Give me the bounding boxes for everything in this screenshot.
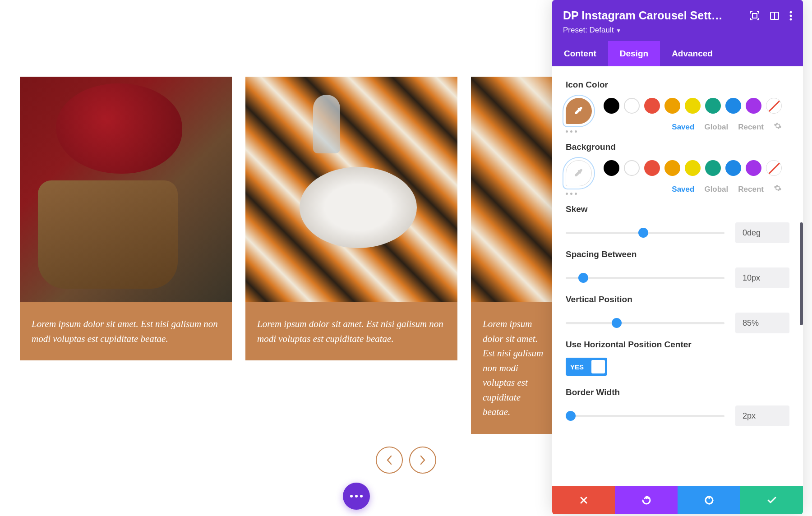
scrollbar[interactable] bbox=[800, 222, 803, 325]
color-swatches bbox=[604, 160, 782, 176]
svg-point-4 bbox=[790, 14, 792, 17]
label-icon-color: Icon Color bbox=[566, 80, 789, 90]
picker-more-button[interactable] bbox=[566, 130, 592, 133]
slider-vertical[interactable] bbox=[566, 322, 724, 324]
kebab-icon[interactable] bbox=[789, 11, 792, 21]
swatch-black[interactable] bbox=[604, 160, 619, 176]
preset-selector[interactable]: Preset: Default ▼ bbox=[563, 26, 792, 35]
label-spacing: Spacing Between bbox=[566, 249, 789, 259]
slider-spacing[interactable] bbox=[566, 277, 724, 279]
gear-icon[interactable] bbox=[774, 122, 782, 132]
label-border: Border Width bbox=[566, 387, 789, 397]
card-caption: Lorem ipsum dolor sit amet. Est nisi gal… bbox=[20, 302, 232, 360]
color-tab-saved[interactable]: Saved bbox=[672, 123, 694, 132]
swatch-white[interactable] bbox=[624, 160, 640, 176]
panel-footer bbox=[552, 486, 803, 514]
color-picker-current[interactable] bbox=[566, 160, 592, 186]
swatch-yellow[interactable] bbox=[685, 160, 701, 176]
eyedropper-icon bbox=[573, 106, 584, 116]
dots-icon bbox=[350, 495, 363, 498]
color-tab-saved[interactable]: Saved bbox=[672, 185, 694, 194]
card-image[interactable] bbox=[20, 77, 232, 302]
save-button[interactable] bbox=[740, 486, 803, 514]
swatch-transparent[interactable] bbox=[766, 98, 782, 114]
carousel-card: Lorem ipsum dolor sit amet. Est nisi gal… bbox=[245, 77, 457, 434]
panel-header: DP Instagram Carousel Sett… Preset: Defa… bbox=[552, 0, 803, 41]
tab-advanced[interactable]: Advanced bbox=[660, 41, 724, 66]
swatch-red[interactable] bbox=[644, 98, 660, 114]
swatch-purple[interactable] bbox=[746, 98, 761, 114]
label-skew: Skew bbox=[566, 204, 789, 214]
toggle-handle bbox=[591, 360, 605, 373]
cancel-button[interactable] bbox=[552, 486, 615, 514]
swatch-white[interactable] bbox=[624, 98, 640, 114]
undo-icon bbox=[641, 495, 652, 506]
undo-button[interactable] bbox=[615, 486, 678, 514]
color-swatches bbox=[604, 98, 782, 114]
swatch-green[interactable] bbox=[705, 98, 721, 114]
value-vertical[interactable]: 85% bbox=[735, 313, 789, 333]
expand-icon[interactable] bbox=[750, 11, 760, 21]
slider-border[interactable] bbox=[566, 415, 724, 417]
label-background: Background bbox=[566, 142, 789, 152]
value-skew[interactable]: 0deg bbox=[735, 222, 789, 243]
color-tab-recent[interactable]: Recent bbox=[738, 185, 764, 194]
swatch-orange[interactable] bbox=[664, 160, 680, 176]
panel-title: DP Instagram Carousel Sett… bbox=[563, 9, 750, 22]
color-tab-global[interactable]: Global bbox=[704, 123, 728, 132]
svg-point-5 bbox=[790, 18, 792, 20]
label-horizontal: Use Horizontal Position Center bbox=[566, 340, 692, 350]
color-picker-current[interactable] bbox=[566, 98, 592, 124]
columns-icon[interactable] bbox=[770, 11, 780, 21]
close-icon bbox=[579, 496, 588, 505]
svg-point-3 bbox=[790, 11, 792, 13]
swatch-blue[interactable] bbox=[725, 160, 741, 176]
card-caption: Lorem ipsum dolor sit amet. Est nisi gal… bbox=[245, 302, 457, 360]
carousel-card: Lorem ipsum dolor sit amet. Est nisi gal… bbox=[471, 77, 557, 434]
card-image[interactable] bbox=[471, 77, 557, 302]
swatch-transparent[interactable] bbox=[766, 160, 782, 176]
next-button[interactable] bbox=[409, 447, 436, 474]
settings-panel: DP Instagram Carousel Sett… Preset: Defa… bbox=[552, 0, 803, 514]
card-image[interactable] bbox=[245, 77, 457, 302]
fab-menu-button[interactable] bbox=[343, 483, 370, 510]
swatch-yellow[interactable] bbox=[685, 98, 701, 114]
tab-design[interactable]: Design bbox=[608, 41, 660, 66]
carousel-card: Lorem ipsum dolor sit amet. Est nisi gal… bbox=[20, 77, 232, 434]
swatch-purple[interactable] bbox=[746, 160, 761, 176]
gear-icon[interactable] bbox=[774, 184, 782, 194]
panel-tabs: Content Design Advanced bbox=[552, 41, 803, 66]
swatch-orange[interactable] bbox=[664, 98, 680, 114]
panel-body: Icon Color bbox=[552, 66, 803, 486]
svg-rect-0 bbox=[752, 14, 757, 18]
toggle-horizontal-center[interactable]: YES bbox=[566, 358, 607, 376]
picker-more-button[interactable] bbox=[566, 193, 592, 195]
redo-icon bbox=[704, 495, 715, 506]
label-vertical: Vertical Position bbox=[566, 295, 789, 304]
chevron-left-icon bbox=[386, 455, 392, 465]
color-tab-global[interactable]: Global bbox=[704, 185, 728, 194]
value-border[interactable]: 2px bbox=[735, 405, 789, 426]
swatch-black[interactable] bbox=[604, 98, 619, 114]
color-tab-recent[interactable]: Recent bbox=[738, 123, 764, 132]
swatch-green[interactable] bbox=[705, 160, 721, 176]
swatch-red[interactable] bbox=[644, 160, 660, 176]
check-icon bbox=[766, 495, 777, 506]
redo-button[interactable] bbox=[678, 486, 740, 514]
tab-content[interactable]: Content bbox=[552, 41, 608, 66]
prev-button[interactable] bbox=[376, 447, 403, 474]
chevron-right-icon bbox=[420, 455, 426, 465]
swatch-blue[interactable] bbox=[725, 98, 741, 114]
card-caption: Lorem ipsum dolor sit amet. Est nisi gal… bbox=[471, 302, 557, 434]
eyedropper-icon bbox=[573, 168, 584, 179]
value-spacing[interactable]: 10px bbox=[735, 267, 789, 288]
slider-skew[interactable] bbox=[566, 232, 724, 234]
